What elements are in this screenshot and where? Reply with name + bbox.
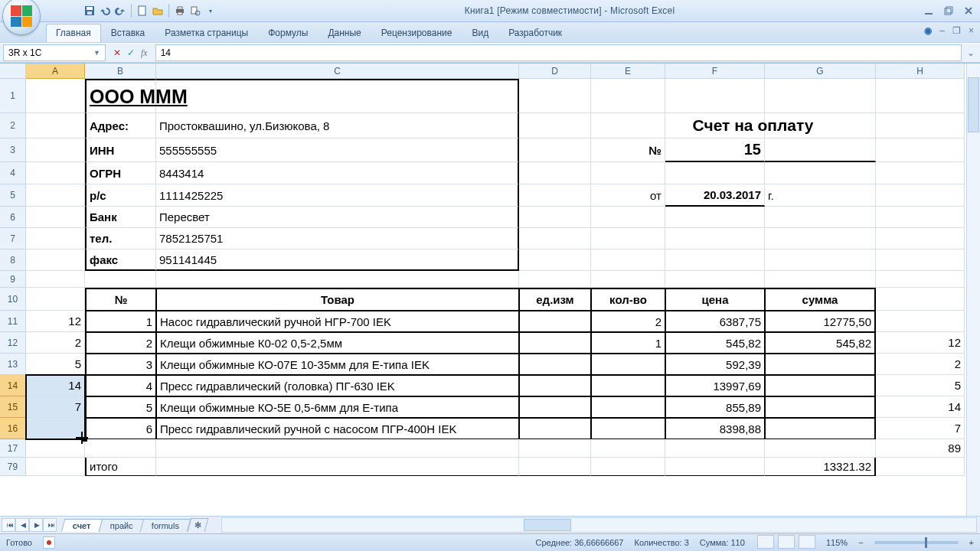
close-icon[interactable] [962, 4, 975, 18]
row-head-3[interactable]: 3 [0, 139, 26, 162]
cell-C8[interactable]: 951141445 [156, 249, 519, 271]
cell-B3[interactable]: ИНН [85, 139, 156, 162]
cell-H15[interactable]: 14 [876, 396, 965, 418]
print-preview-icon[interactable] [188, 4, 202, 18]
cell-G7[interactable] [765, 228, 876, 249]
cell-F79[interactable] [665, 458, 765, 476]
cell-B13[interactable]: 3 [85, 354, 156, 375]
open-icon[interactable] [151, 4, 165, 18]
cell-D1[interactable] [519, 79, 591, 113]
cell-A6[interactable] [26, 207, 85, 228]
cell-C13[interactable]: Клещи обжимные КО-07Е 10-35мм для Е-типа… [156, 354, 519, 375]
cell-F9[interactable] [665, 271, 765, 288]
cell-D8[interactable] [519, 249, 591, 271]
cell-D14[interactable] [519, 375, 591, 396]
workbook-close-icon[interactable]: × [969, 25, 974, 36]
cell-F11[interactable]: 6387,75 [665, 311, 765, 332]
cell-G16[interactable] [765, 418, 876, 439]
cell-D12[interactable] [519, 332, 591, 354]
cell-B5[interactable]: р/с [85, 184, 156, 207]
ribbon-tab-data[interactable]: Данные [318, 24, 371, 42]
cell-H12[interactable]: 12 [876, 332, 965, 354]
ribbon-tab-review[interactable]: Рецензирование [371, 24, 462, 42]
cell-C12[interactable]: Клещи обжимные К0-02 0,5-2,5мм [156, 332, 519, 354]
cell-E1[interactable] [591, 79, 665, 113]
row-head-16[interactable]: 16 [0, 418, 26, 439]
row-head-13[interactable]: 13 [0, 354, 26, 375]
cell-B15[interactable]: 5 [85, 396, 156, 418]
view-page-break-icon[interactable] [799, 535, 815, 549]
cell-B6[interactable]: Банк [85, 207, 156, 228]
cell-A2[interactable] [26, 113, 85, 139]
cell-B8[interactable]: факс [85, 249, 156, 271]
cell-A9[interactable] [26, 271, 85, 288]
cell-G14[interactable] [765, 375, 876, 396]
cell-E14[interactable] [591, 375, 665, 396]
cell-E79[interactable] [591, 458, 665, 476]
cell-E7[interactable] [591, 228, 665, 249]
cell-E15[interactable] [591, 396, 665, 418]
ribbon-tab-insert[interactable]: Вставка [101, 24, 155, 42]
cell-A3[interactable] [26, 139, 85, 162]
cell-F14[interactable]: 13997,69 [665, 375, 765, 396]
sheet-nav-prev-icon[interactable]: ◀ [15, 518, 29, 532]
save-icon[interactable] [83, 4, 96, 18]
cell-D6[interactable] [519, 207, 591, 228]
cell-H8[interactable] [876, 249, 965, 271]
cell-H4[interactable] [876, 162, 965, 184]
cell-G15[interactable] [765, 396, 876, 418]
cell-F4[interactable] [665, 162, 765, 184]
col-head-B[interactable]: B [85, 64, 156, 79]
quick-print-icon[interactable] [173, 4, 187, 18]
cell-H79[interactable] [876, 458, 965, 476]
cell-D15[interactable] [519, 396, 591, 418]
row-head-4[interactable]: 4 [0, 162, 26, 184]
cell-C79[interactable] [156, 458, 519, 476]
cell-F5[interactable]: 20.03.2017 [665, 184, 765, 207]
view-page-layout-icon[interactable] [778, 535, 795, 549]
col-head-A[interactable]: A [26, 64, 85, 79]
workbook-restore-icon[interactable]: ❐ [952, 25, 961, 36]
cell-F6[interactable] [665, 207, 765, 228]
cell-C9[interactable] [156, 271, 519, 288]
sheet-tab-0[interactable]: счет [61, 519, 103, 532]
cell-E12[interactable]: 1 [591, 332, 665, 354]
col-head-D[interactable]: D [519, 64, 591, 79]
minimize-icon[interactable] [922, 4, 936, 18]
row-head-12[interactable]: 12 [0, 332, 26, 354]
cell-G5[interactable]: г. [765, 184, 876, 207]
cell-G8[interactable] [765, 249, 876, 271]
name-box[interactable]: 3R x 1C ▼ [3, 44, 106, 61]
cell-G9[interactable] [765, 271, 876, 288]
ribbon-tab-formulas[interactable]: Формулы [258, 24, 318, 42]
cell-G4[interactable] [765, 162, 876, 184]
sheet-nav-first-icon[interactable]: ⏮ [2, 518, 15, 532]
cancel-formula-icon[interactable]: ✕ [113, 47, 121, 58]
zoom-level[interactable]: 115% [826, 538, 848, 547]
cell-E13[interactable] [591, 354, 665, 375]
row-head-9[interactable]: 9 [0, 271, 26, 288]
cell-C15[interactable]: Клещи обжимные КО-5Е 0,5-6мм для Е-типа [156, 396, 519, 418]
row-head-79[interactable]: 79 [0, 458, 26, 476]
cell-C7[interactable]: 7852125751 [156, 228, 519, 249]
cell-H3[interactable] [876, 139, 965, 162]
select-all-corner[interactable] [0, 64, 26, 79]
cell-D13[interactable] [519, 354, 591, 375]
ribbon-tab-view[interactable]: Вид [462, 24, 498, 42]
cell-H14[interactable]: 5 [876, 375, 965, 396]
cell-G11[interactable]: 12775,50 [765, 311, 876, 332]
cell-C11[interactable]: Насос гидравлический ручной НГР-700 IEK [156, 311, 519, 332]
new-sheet-icon[interactable]: ✻ [187, 518, 208, 532]
cell-A16[interactable] [26, 418, 85, 439]
cell-C16[interactable]: Пресс гидравлический ручной с насосом ПГ… [156, 418, 519, 439]
cell-E4[interactable] [591, 162, 665, 184]
cell-B1[interactable]: ООО МММ [85, 79, 156, 113]
cell-D16[interactable] [519, 418, 591, 439]
col-head-E[interactable]: E [591, 64, 665, 79]
cell-A79[interactable] [26, 458, 85, 476]
cell-B17[interactable] [85, 439, 156, 458]
cell-F16[interactable]: 8398,88 [665, 418, 765, 439]
cell-B79[interactable]: итого [85, 458, 156, 476]
cell-B9[interactable] [85, 271, 156, 288]
cell-C2[interactable]: Простоквашино, ул.Бизюкова, 8 [156, 113, 519, 139]
